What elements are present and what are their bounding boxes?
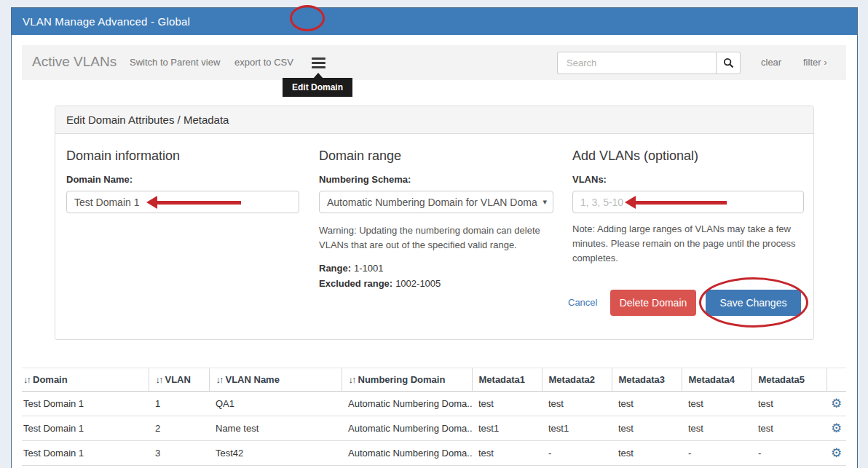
domain-information-heading: Domain information <box>66 148 299 164</box>
cell-vlan-name: Test42 <box>209 441 342 466</box>
export-csv-link[interactable]: export to CSV <box>234 57 293 68</box>
numbering-schema-label: Numbering Schema: <box>319 174 553 185</box>
caret-down-icon: ▾ <box>542 197 547 207</box>
table-row: Test Domain 1 3 Test42 Automatic Numberi… <box>22 441 846 466</box>
range-label: Range: <box>319 263 351 274</box>
vlan-table: ↓↑Domain ↓↑VLAN ↓↑VLAN Name ↓↑Numbering … <box>22 368 846 466</box>
domain-name-label: Domain Name: <box>66 174 299 185</box>
column-header-vlan-name[interactable]: ↓↑VLAN Name <box>209 368 342 392</box>
toolbar: Active VLANs Switch to Parent view expor… <box>22 45 846 80</box>
active-vlans-heading: Active VLANs <box>32 54 117 70</box>
search-icon <box>723 57 734 68</box>
cell-metadata3: test <box>612 416 682 441</box>
sort-icon: ↓↑ <box>156 374 162 385</box>
hamburger-icon <box>312 62 326 64</box>
gear-icon[interactable]: ⚙ <box>831 422 842 435</box>
range-line: Range:1-1001 <box>319 262 553 275</box>
edit-domain-menu-button[interactable] <box>307 52 329 74</box>
gear-icon[interactable]: ⚙ <box>831 447 842 459</box>
column-header-vlan[interactable]: ↓↑VLAN <box>149 368 209 392</box>
cell-vlan: 2 <box>149 416 209 441</box>
cell-metadata4: test <box>682 392 751 416</box>
edit-domain-tooltip: Edit Domain <box>283 78 352 97</box>
column-header-metadata1[interactable]: Metadata1 <box>472 368 542 392</box>
cell-domain: Test Domain 1 <box>22 392 149 416</box>
excluded-range-value: 1002-1005 <box>395 278 441 289</box>
column-header-metadata3[interactable]: Metadata3 <box>612 368 682 392</box>
cell-numbering-domain: Automatic Numbering Doma... <box>342 392 472 416</box>
excluded-range-label: Excluded range: <box>319 278 392 289</box>
column-header-numbering-domain[interactable]: ↓↑Numbering Domain <box>342 368 472 392</box>
cell-numbering-domain: Automatic Numbering Doma... <box>342 441 472 466</box>
edit-domain-panel: Edit Domain Attributes / Metadata Domain… <box>55 106 814 340</box>
save-changes-button[interactable]: Save Changes <box>706 290 801 316</box>
tooltip-arrow <box>313 73 323 79</box>
switch-to-parent-view-link[interactable]: Switch to Parent view <box>130 57 220 68</box>
cell-metadata4: test <box>682 416 751 441</box>
column-header-domain[interactable]: ↓↑Domain <box>22 368 149 392</box>
column-header-actions <box>826 368 846 392</box>
cell-metadata2: - <box>542 441 612 466</box>
cell-metadata1: test1 <box>472 416 542 441</box>
cell-vlan: 3 <box>149 441 209 466</box>
panel-body: Domain information Domain Name: Domain r… <box>55 134 813 340</box>
cell-domain: Test Domain 1 <box>22 441 149 466</box>
cell-metadata1: test <box>472 441 542 466</box>
cell-metadata3: test <box>612 392 682 416</box>
clear-link[interactable]: clear <box>761 57 781 68</box>
column-header-metadata5[interactable]: Metadata5 <box>751 368 826 392</box>
column-header-metadata4[interactable]: Metadata4 <box>682 368 751 392</box>
panel-title: Edit Domain Attributes / Metadata <box>55 106 813 134</box>
hamburger-icon <box>312 57 326 60</box>
table-row: Test Domain 1 1 QA1 Automatic Numbering … <box>22 392 846 416</box>
domain-information-section: Domain information Domain Name: <box>66 148 299 213</box>
range-value: 1-1001 <box>354 263 383 274</box>
delete-domain-button[interactable]: Delete Domain <box>610 290 696 316</box>
cell-vlan: 1 <box>149 392 209 416</box>
search-button[interactable] <box>716 52 741 74</box>
cell-metadata3: test <box>612 441 682 466</box>
sort-icon: ↓↑ <box>23 374 30 385</box>
page-header: VLAN Manage Advanced - Global <box>12 8 857 35</box>
gear-icon[interactable]: ⚙ <box>831 397 842 410</box>
add-vlans-section: Add VLANs (optional) VLANs: Note: Adding… <box>572 148 804 266</box>
cell-metadata5: test <box>751 392 826 416</box>
domain-name-input[interactable] <box>66 191 299 213</box>
domain-range-heading: Domain range <box>319 148 553 164</box>
numbering-warning-text: Warning: Updating the numbering domain c… <box>319 223 553 253</box>
numbering-schema-select[interactable]: Automatic Numbering Domain for VLAN Doma… <box>319 191 553 213</box>
cell-vlan-name: Name test <box>209 416 342 441</box>
cell-numbering-domain: Automatic Numbering Doma... <box>342 416 472 441</box>
cell-domain: Test Domain 1 <box>22 416 149 441</box>
numbering-schema-value: Automatic Numbering Domain for VLAN Doma <box>327 197 541 208</box>
page-title: VLAN Manage Advanced - Global <box>23 15 190 28</box>
vlans-input[interactable] <box>572 191 804 213</box>
column-header-metadata2[interactable]: Metadata2 <box>542 368 612 392</box>
chevron-right-icon: › <box>824 57 827 68</box>
tooltip-label: Edit Domain <box>292 82 343 92</box>
cell-metadata4: - <box>682 441 751 466</box>
cell-metadata2: test <box>542 392 612 416</box>
excluded-range-line: Excluded range:1002-1005 <box>319 277 553 290</box>
cell-metadata5: test <box>751 416 826 441</box>
cell-metadata1: test <box>472 392 542 416</box>
domain-range-section: Domain range Numbering Schema: Automatic… <box>319 148 553 291</box>
sort-icon: ↓↑ <box>349 374 355 385</box>
vlans-note-text: Note: Adding large ranges of VLANs may t… <box>572 222 804 266</box>
sort-icon: ↓↑ <box>216 374 223 385</box>
vlans-label: VLANs: <box>572 174 804 185</box>
add-vlans-heading: Add VLANs (optional) <box>572 148 804 164</box>
table-header-row: ↓↑Domain ↓↑VLAN ↓↑VLAN Name ↓↑Numbering … <box>22 368 846 392</box>
cell-vlan-name: QA1 <box>209 392 342 416</box>
cell-metadata2: test1 <box>542 416 612 441</box>
table-row: Test Domain 1 2 Name test Automatic Numb… <box>22 416 846 441</box>
cell-metadata5: - <box>751 441 826 466</box>
cancel-link[interactable]: Cancel <box>568 290 597 316</box>
hamburger-icon <box>312 66 326 68</box>
search-input[interactable] <box>557 52 716 74</box>
filter-link[interactable]: filter› <box>803 57 827 68</box>
